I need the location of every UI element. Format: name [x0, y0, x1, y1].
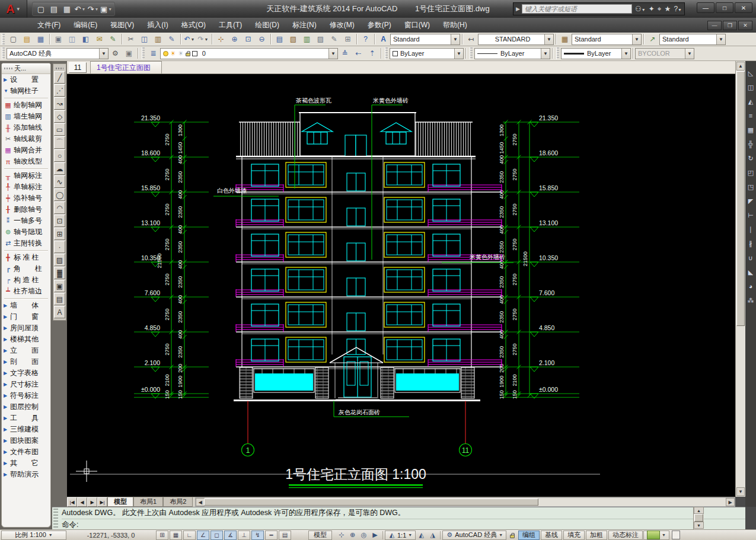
steering-wheel-icon[interactable]: ◎	[358, 531, 369, 540]
spline-button[interactable]: ∿	[54, 175, 65, 188]
palette-group[interactable]: ▶门 窗	[2, 311, 50, 322]
mdi-restore-button[interactable]: ❐	[723, 21, 737, 30]
arc-button[interactable]: ⌒	[54, 136, 65, 149]
infocenter-expand-icon[interactable]: ▶	[516, 6, 520, 12]
explode-button[interactable]: ⁂	[746, 293, 755, 308]
palette-item[interactable]: ✂轴线裁剪	[2, 133, 50, 145]
table-style-icon[interactable]: ▦	[559, 34, 571, 45]
palette-item[interactable]: ┿添补轴号	[2, 193, 50, 204]
ellipse-button[interactable]: ◯	[54, 188, 65, 201]
layer-isolate-button[interactable]: ⇡	[366, 48, 378, 59]
palette-group[interactable]: ▶符号标注	[2, 390, 50, 401]
toolbar-grip[interactable]	[470, 47, 473, 59]
menu-item[interactable]: 视图(V)	[104, 18, 141, 33]
palette-group[interactable]: ▼轴网柱子	[2, 85, 50, 97]
qnew-button[interactable]: ▢	[35, 3, 47, 15]
erase-button[interactable]: ◺	[746, 66, 755, 80]
pan-icon[interactable]: ⊹	[336, 531, 347, 540]
layer-states-button[interactable]: ≙	[339, 48, 351, 59]
move-button[interactable]: ╬	[746, 137, 755, 151]
command-prompt[interactable]: 命令:	[62, 519, 745, 529]
document-tab[interactable]: 1号住宅正立面图	[90, 61, 162, 74]
table-style-combo[interactable]: Standard▼	[572, 34, 642, 45]
search-input[interactable]	[522, 4, 632, 14]
scale-button[interactable]: ◰	[746, 165, 755, 180]
open-button[interactable]: ▤	[21, 34, 33, 45]
pan-button[interactable]: ⊹	[215, 34, 227, 45]
fillet-button[interactable]: ◕	[746, 279, 755, 293]
annotation-scale-control[interactable]: ◭ 1:1▼	[385, 531, 416, 540]
tz-toggle-加粗[interactable]: 加粗	[586, 531, 607, 540]
otrack-toggle[interactable]: ∡	[224, 531, 237, 540]
polygon-button[interactable]: ◇	[54, 110, 65, 123]
dyn-toggle[interactable]: ↯	[251, 531, 264, 540]
application-status-menu[interactable]: ▼	[643, 531, 669, 540]
zoom-window-button[interactable]: ⊡	[242, 34, 254, 45]
extend-button[interactable]: ⊢	[746, 208, 755, 222]
layout-tab-布局2[interactable]: 布局2	[163, 497, 193, 507]
offset-button[interactable]: ≡	[746, 108, 755, 123]
toolbar-grip[interactable]	[385, 47, 388, 59]
palette-item[interactable]: π轴改线型	[2, 156, 50, 167]
palette-group[interactable]: ▶墙 体	[2, 300, 50, 311]
help-icon[interactable]: ?▼	[674, 5, 682, 13]
vertical-scroll-thumb[interactable]	[736, 71, 745, 326]
make-block-button[interactable]: ⊞	[54, 228, 65, 240]
menu-item[interactable]: 绘图(D)	[248, 18, 286, 33]
markup-set-manager-button[interactable]: ✎	[328, 34, 340, 45]
favorites-star-icon[interactable]: ★	[665, 5, 671, 13]
quickcalc-button[interactable]: ⊞	[342, 34, 354, 45]
palette-group[interactable]: ▶图块图案	[2, 435, 50, 446]
break-button[interactable]: ∦	[746, 237, 755, 251]
toolbar-lock-icon[interactable]	[506, 531, 518, 540]
cut-button[interactable]: ✂	[125, 34, 137, 45]
copy-button[interactable]: ◫	[746, 80, 755, 94]
layout-nav-button[interactable]: ◀	[77, 497, 87, 507]
sign-in-key-icon[interactable]: ✦	[649, 5, 655, 13]
layer-color-swatch[interactable]	[192, 51, 197, 56]
redo-button[interactable]: ↷▼	[197, 34, 209, 45]
annotation-visibility-icon[interactable]: ◭	[416, 531, 427, 540]
save-button[interactable]: ▦	[34, 34, 47, 45]
palette-item[interactable]: ⁑一轴多号	[2, 215, 50, 226]
markup-button[interactable]: ✎	[107, 34, 119, 45]
model-canvas[interactable]: 21.35021.35018.60018.60015.85015.85013.1…	[67, 74, 735, 497]
command-scroll-thumb[interactable]	[694, 514, 703, 522]
layout-nav-button[interactable]: |◀	[67, 497, 77, 507]
toolbar-grip[interactable]	[2, 34, 5, 44]
plot-button[interactable]: ▣▼	[100, 3, 112, 15]
palette-group[interactable]: ▶帮助演示	[2, 469, 50, 480]
text-style-combo[interactable]: Standard▼	[390, 34, 460, 45]
menu-item[interactable]: 窗口(W)	[398, 18, 436, 33]
grid-toggle[interactable]: ▦	[170, 531, 182, 540]
palette-item[interactable]: ┍构 造 柱	[2, 274, 50, 286]
polar-toggle[interactable]: ∠	[197, 531, 209, 540]
toolbar-grip[interactable]	[556, 47, 559, 59]
palette-item[interactable]: ▦轴网合并	[2, 145, 50, 156]
etransmit-button[interactable]: ✉	[93, 34, 106, 45]
menu-item[interactable]: 标注(N)	[286, 18, 323, 33]
command-grip-icon[interactable]	[53, 509, 58, 528]
gradient-button[interactable]: ▓	[54, 267, 65, 279]
zoom-realtime-button[interactable]: ⊕	[228, 34, 241, 45]
tz-toggle-编组[interactable]: 编组	[518, 531, 540, 540]
paste-button[interactable]: ▥	[152, 34, 164, 45]
table-button[interactable]: ▤	[54, 293, 65, 305]
redo-button[interactable]: ↷▼	[87, 3, 99, 15]
construction-line-button[interactable]: ⋰	[54, 84, 65, 97]
point-button[interactable]: ·	[54, 241, 65, 253]
scroll-right-icon[interactable]: ▶	[726, 498, 735, 506]
copy-clip-button[interactable]: ◫	[138, 34, 151, 45]
qnew-button[interactable]: ▢	[7, 34, 20, 45]
plot-button[interactable]: ▣	[52, 34, 65, 45]
palette-group[interactable]: ▶图层控制	[2, 401, 50, 413]
insert-block-button[interactable]: ⊡	[54, 215, 65, 227]
sheet-set-manager-button[interactable]: ▨	[314, 34, 327, 45]
circle-button[interactable]: ○	[54, 149, 65, 162]
trim-button[interactable]: ◤	[746, 194, 755, 208]
palette-title[interactable]: 天...	[2, 63, 50, 74]
application-menu-button[interactable]: A ▼	[0, 0, 27, 18]
menu-item[interactable]: 修改(M)	[323, 18, 361, 33]
layer-lock-icon[interactable]	[186, 53, 190, 56]
polyline-button[interactable]: ↝	[54, 97, 65, 110]
